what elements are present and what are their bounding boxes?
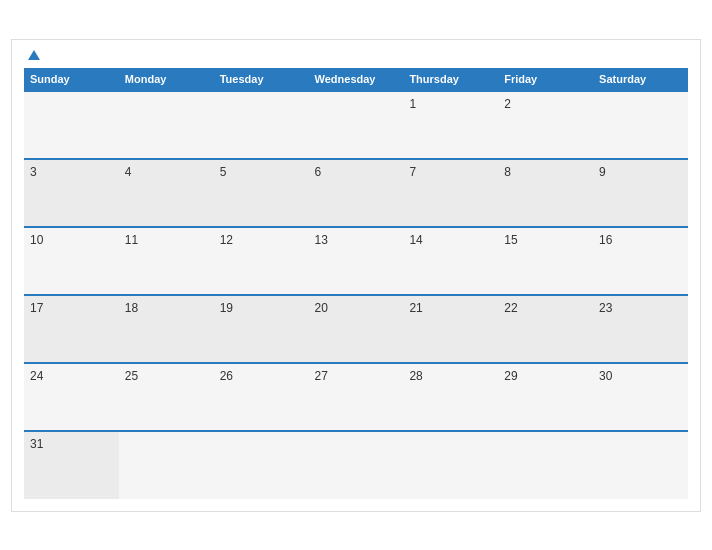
day-number: 11: [125, 233, 138, 247]
day-number: 13: [315, 233, 328, 247]
day-number: 16: [599, 233, 612, 247]
day-number: 4: [125, 165, 132, 179]
day-number: 1: [409, 97, 416, 111]
day-header-wednesday: Wednesday: [309, 68, 404, 91]
calendar-cell: 24: [24, 363, 119, 431]
calendar-cell: [403, 431, 498, 499]
calendar-grid: SundayMondayTuesdayWednesdayThursdayFrid…: [24, 68, 688, 499]
day-header-monday: Monday: [119, 68, 214, 91]
week-row-4: 17181920212223: [24, 295, 688, 363]
day-number: 14: [409, 233, 422, 247]
calendar-cell: 30: [593, 363, 688, 431]
calendar-cell: 22: [498, 295, 593, 363]
day-number: 15: [504, 233, 517, 247]
day-header-friday: Friday: [498, 68, 593, 91]
logo-triangle-icon: [28, 50, 40, 60]
week-row-2: 3456789: [24, 159, 688, 227]
calendar-cell: 17: [24, 295, 119, 363]
week-row-6: 31: [24, 431, 688, 499]
calendar-container: SundayMondayTuesdayWednesdayThursdayFrid…: [11, 39, 701, 512]
calendar-cell: 3: [24, 159, 119, 227]
day-header-saturday: Saturday: [593, 68, 688, 91]
day-number: 8: [504, 165, 511, 179]
calendar-cell: 28: [403, 363, 498, 431]
calendar-cell: [309, 431, 404, 499]
calendar-cell: 29: [498, 363, 593, 431]
calendar-cell: [119, 91, 214, 159]
day-number: 7: [409, 165, 416, 179]
calendar-cell: [498, 431, 593, 499]
calendar-cell: [24, 91, 119, 159]
calendar-cell: 6: [309, 159, 404, 227]
calendar-cell: 20: [309, 295, 404, 363]
calendar-cell: 4: [119, 159, 214, 227]
calendar-cell: [214, 91, 309, 159]
calendar-cell: 31: [24, 431, 119, 499]
calendar-cell: [593, 91, 688, 159]
calendar-cell: 10: [24, 227, 119, 295]
day-number: 20: [315, 301, 328, 315]
logo: [24, 50, 40, 60]
calendar-cell: 21: [403, 295, 498, 363]
calendar-cell: 11: [119, 227, 214, 295]
calendar-cell: 9: [593, 159, 688, 227]
day-number: 19: [220, 301, 233, 315]
calendar-cell: 25: [119, 363, 214, 431]
calendar-cell: [309, 91, 404, 159]
day-number: 5: [220, 165, 227, 179]
day-number: 21: [409, 301, 422, 315]
calendar-cell: 23: [593, 295, 688, 363]
day-header-thursday: Thursday: [403, 68, 498, 91]
day-number: 31: [30, 437, 43, 451]
week-row-3: 10111213141516: [24, 227, 688, 295]
day-number: 12: [220, 233, 233, 247]
day-number: 27: [315, 369, 328, 383]
day-number: 26: [220, 369, 233, 383]
week-row-1: 12: [24, 91, 688, 159]
day-number: 6: [315, 165, 322, 179]
calendar-cell: 18: [119, 295, 214, 363]
calendar-cell: 5: [214, 159, 309, 227]
day-header-tuesday: Tuesday: [214, 68, 309, 91]
day-number: 9: [599, 165, 606, 179]
logo-general: [24, 50, 40, 60]
calendar-cell: 26: [214, 363, 309, 431]
calendar-cell: 19: [214, 295, 309, 363]
day-number: 3: [30, 165, 37, 179]
day-number: 18: [125, 301, 138, 315]
day-number: 17: [30, 301, 43, 315]
day-number: 28: [409, 369, 422, 383]
day-header-sunday: Sunday: [24, 68, 119, 91]
calendar-cell: 27: [309, 363, 404, 431]
calendar-cell: 12: [214, 227, 309, 295]
day-number: 24: [30, 369, 43, 383]
day-number: 22: [504, 301, 517, 315]
calendar-cell: 8: [498, 159, 593, 227]
week-row-5: 24252627282930: [24, 363, 688, 431]
day-number: 2: [504, 97, 511, 111]
day-number: 25: [125, 369, 138, 383]
calendar-cell: [119, 431, 214, 499]
day-headers-row: SundayMondayTuesdayWednesdayThursdayFrid…: [24, 68, 688, 91]
day-number: 23: [599, 301, 612, 315]
calendar-header: [24, 50, 688, 60]
day-number: 30: [599, 369, 612, 383]
calendar-cell: 14: [403, 227, 498, 295]
calendar-cell: 13: [309, 227, 404, 295]
calendar-cell: [593, 431, 688, 499]
calendar-cell: 2: [498, 91, 593, 159]
calendar-cell: 7: [403, 159, 498, 227]
day-number: 10: [30, 233, 43, 247]
calendar-cell: [214, 431, 309, 499]
calendar-cell: 16: [593, 227, 688, 295]
calendar-cell: 15: [498, 227, 593, 295]
calendar-cell: 1: [403, 91, 498, 159]
day-number: 29: [504, 369, 517, 383]
